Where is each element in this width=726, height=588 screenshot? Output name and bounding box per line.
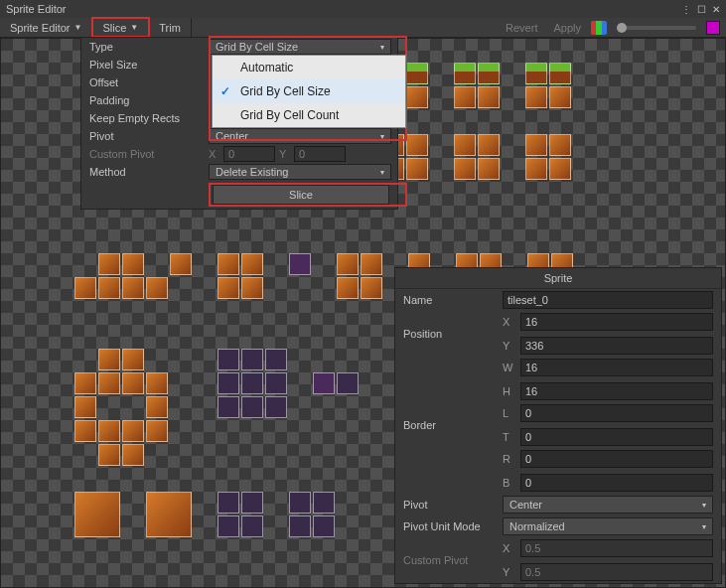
tile[interactable] xyxy=(265,349,287,370)
tile[interactable] xyxy=(549,63,571,84)
slice-button[interactable]: Slice xyxy=(213,185,389,205)
tile[interactable] xyxy=(525,158,547,180)
tile[interactable] xyxy=(549,86,571,108)
tile[interactable] xyxy=(337,372,359,394)
slider-thumb[interactable] xyxy=(617,23,627,33)
tile[interactable] xyxy=(406,134,428,156)
tile[interactable] xyxy=(218,396,239,418)
tile[interactable] xyxy=(241,515,263,537)
tile[interactable] xyxy=(549,158,571,180)
tile[interactable] xyxy=(122,372,144,394)
tile[interactable] xyxy=(406,158,428,180)
tile[interactable] xyxy=(98,277,120,299)
pos-x[interactable] xyxy=(520,313,713,331)
menu-icon[interactable]: ⋮ xyxy=(681,4,691,15)
tile[interactable] xyxy=(525,134,547,156)
type-option-automatic[interactable]: Automatic xyxy=(213,56,405,79)
tile[interactable] xyxy=(265,396,287,418)
tile[interactable] xyxy=(478,86,500,108)
apply-button[interactable]: Apply xyxy=(547,22,587,34)
tile[interactable] xyxy=(265,372,287,394)
tile[interactable] xyxy=(146,277,168,299)
tile[interactable] xyxy=(454,63,476,84)
pos-h[interactable] xyxy=(520,382,713,400)
tile[interactable] xyxy=(313,492,335,514)
pos-y[interactable] xyxy=(520,337,713,355)
tile[interactable] xyxy=(478,63,500,84)
tile[interactable] xyxy=(313,372,335,394)
revert-button[interactable]: Revert xyxy=(500,22,543,34)
method-select[interactable]: Delete Existing ▾ xyxy=(209,164,391,180)
type-option-grid-cell-count[interactable]: Grid By Cell Count xyxy=(213,103,405,127)
tile[interactable] xyxy=(218,372,239,394)
pivot-select[interactable]: Center ▾ xyxy=(503,496,713,514)
color-swatch[interactable] xyxy=(706,21,720,35)
tile[interactable] xyxy=(241,253,263,275)
cpivot-x[interactable] xyxy=(520,539,713,557)
border-t[interactable] xyxy=(520,428,713,446)
pivot-select[interactable]: Center ▾ xyxy=(209,128,391,144)
tile[interactable] xyxy=(289,253,311,275)
tile[interactable] xyxy=(241,277,263,299)
close-icon[interactable]: ✕ xyxy=(712,4,720,15)
tile[interactable] xyxy=(74,492,120,537)
tile[interactable] xyxy=(241,396,263,418)
tile[interactable] xyxy=(549,134,571,156)
tile[interactable] xyxy=(98,349,120,370)
tile[interactable] xyxy=(361,253,382,275)
tile[interactable] xyxy=(478,134,500,156)
tile[interactable] xyxy=(218,277,239,299)
type-select[interactable]: Grid By Cell Size ▾ xyxy=(209,39,391,55)
name-input[interactable] xyxy=(503,291,713,309)
tile[interactable] xyxy=(98,253,120,275)
tile[interactable] xyxy=(289,515,311,537)
tile[interactable] xyxy=(218,492,239,514)
alpha-slider[interactable] xyxy=(617,26,696,30)
tile[interactable] xyxy=(361,277,382,299)
mode-dropdown[interactable]: Sprite Editor ▼ xyxy=(0,18,92,37)
maximize-icon[interactable]: ☐ xyxy=(697,4,706,15)
tile[interactable] xyxy=(98,420,120,442)
custom-pivot-x[interactable] xyxy=(223,146,275,162)
tile[interactable] xyxy=(406,86,428,108)
tile[interactable] xyxy=(337,277,359,299)
border-r[interactable] xyxy=(520,450,713,468)
tile[interactable] xyxy=(289,492,311,514)
tile[interactable] xyxy=(74,420,96,442)
tile[interactable] xyxy=(241,372,263,394)
custom-pivot-y[interactable] xyxy=(294,146,346,162)
tile[interactable] xyxy=(74,396,96,418)
tile[interactable] xyxy=(170,253,192,275)
tile[interactable] xyxy=(241,492,263,514)
tile[interactable] xyxy=(454,134,476,156)
tile[interactable] xyxy=(313,515,335,537)
tile[interactable] xyxy=(218,515,239,537)
tile[interactable] xyxy=(525,86,547,108)
tile[interactable] xyxy=(122,253,144,275)
tile[interactable] xyxy=(146,420,168,442)
tile[interactable] xyxy=(146,492,192,537)
tile[interactable] xyxy=(241,349,263,370)
trim-button[interactable]: Trim xyxy=(149,18,192,37)
tile[interactable] xyxy=(146,396,168,418)
tile[interactable] xyxy=(98,372,120,394)
tile[interactable] xyxy=(454,86,476,108)
tile[interactable] xyxy=(406,63,428,84)
tile[interactable] xyxy=(122,444,144,466)
tile[interactable] xyxy=(337,253,359,275)
tile[interactable] xyxy=(478,158,500,180)
tile[interactable] xyxy=(122,277,144,299)
slice-dropdown[interactable]: Slice ▼ xyxy=(92,18,149,37)
tile[interactable] xyxy=(74,277,96,299)
border-b[interactable] xyxy=(520,474,713,492)
tile[interactable] xyxy=(122,420,144,442)
tile[interactable] xyxy=(218,253,239,275)
rgb-channel-icon[interactable] xyxy=(591,21,607,35)
pos-w[interactable] xyxy=(520,359,713,376)
tile[interactable] xyxy=(525,63,547,84)
tile[interactable] xyxy=(454,158,476,180)
cpivot-y[interactable] xyxy=(520,563,713,581)
tile[interactable] xyxy=(74,372,96,394)
tile[interactable] xyxy=(98,444,120,466)
pivot-unit-select[interactable]: Normalized ▾ xyxy=(503,517,713,535)
